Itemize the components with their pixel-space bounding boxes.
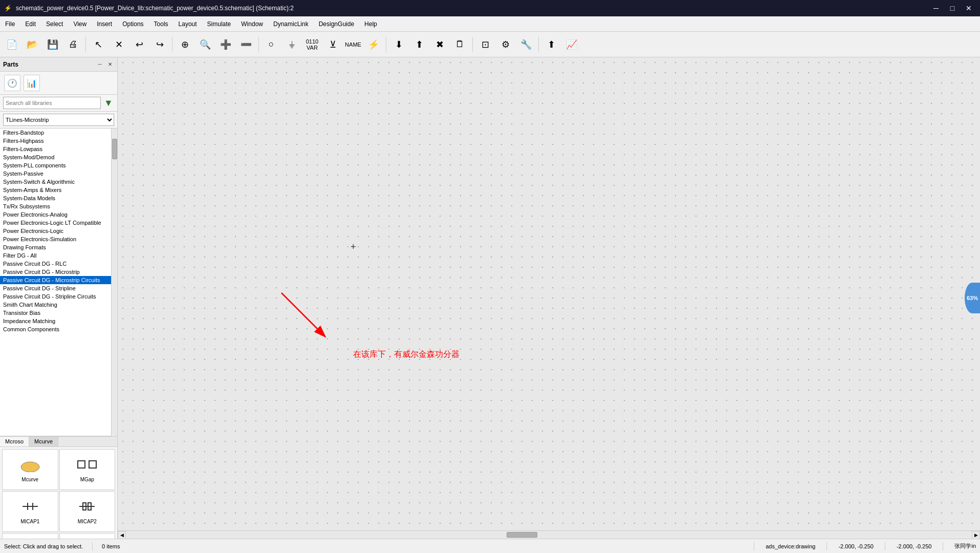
separator-4: [386, 37, 386, 52]
list-item[interactable]: Power Electronics-Simulation: [0, 235, 111, 243]
canvas-annotation: 在该库下，有威尔金森功分器: [353, 349, 460, 360]
library-dropdown[interactable]: TLines-Microstrip: [3, 114, 114, 126]
menu-edit[interactable]: Edit: [20, 16, 41, 31]
scroll-left-arrow[interactable]: ◀: [118, 531, 126, 539]
filter-button[interactable]: ▼: [103, 97, 114, 109]
settings-button[interactable]: ⚙: [496, 35, 515, 54]
list-item[interactable]: Passive Circuit DG - Stripline Circuits: [0, 292, 111, 301]
open-button[interactable]: 📂: [23, 35, 42, 54]
scroll-right-arrow[interactable]: ▶: [972, 531, 980, 539]
part-mcurve[interactable]: Mcurve: [2, 449, 58, 490]
separator-6: [538, 37, 539, 52]
menu-dynamiclink[interactable]: DynamicLink: [268, 16, 314, 31]
separator-3: [258, 37, 259, 52]
menu-layout[interactable]: Layout: [173, 16, 202, 31]
list-item[interactable]: System-Switch & Algorithmic: [0, 178, 111, 186]
list-item[interactable]: System-Amps & Mixers: [0, 186, 111, 194]
list-item[interactable]: Filters-Bandstop: [0, 129, 111, 137]
tab-mcroso[interactable]: Mcroso: [0, 437, 29, 446]
list-item-selected[interactable]: Passive Circuit DG - Microstrip Circuits: [0, 276, 111, 284]
list-item[interactable]: Power Electronics-Logic LT Compatible: [0, 219, 111, 227]
menu-designguide[interactable]: DesignGuide: [314, 16, 359, 31]
mcurve-icon: [20, 457, 40, 476]
menu-file[interactable]: File: [0, 16, 20, 31]
tab-mcurve[interactable]: Mcurve: [29, 437, 58, 446]
list-item[interactable]: Filters-Highpass: [0, 137, 111, 145]
list-scrollbar[interactable]: [111, 129, 117, 436]
list-item[interactable]: Tx/Rx Subsystems: [0, 202, 111, 210]
parts-minimize-button[interactable]: ─: [96, 60, 104, 69]
chart-icon-button[interactable]: 📊: [24, 75, 40, 91]
new-button[interactable]: 📄: [2, 35, 21, 54]
list-item[interactable]: System-Passive: [0, 169, 111, 178]
port-button[interactable]: ⚡: [364, 35, 383, 54]
list-item[interactable]: Filters-Lowpass: [0, 145, 111, 153]
list-item[interactable]: Smith Chart Matching: [0, 301, 111, 309]
zoom-minus-button[interactable]: ➖: [236, 35, 256, 54]
parts-tabs: Mcroso Mcurve: [0, 437, 117, 447]
list-item[interactable]: Power Electronics-Analog: [0, 210, 111, 219]
menu-tools[interactable]: Tools: [149, 16, 173, 31]
pin-button[interactable]: ⊻: [323, 35, 342, 54]
maximize-button[interactable]: □: [945, 1, 960, 15]
wire-button[interactable]: ○: [262, 35, 281, 54]
menu-window[interactable]: Window: [236, 16, 268, 31]
zoom-plus-button[interactable]: ➕: [216, 35, 235, 54]
list-item[interactable]: Passive Circuit DG - Microstrip: [0, 268, 111, 276]
list-item[interactable]: System-Data Models: [0, 194, 111, 202]
list-item[interactable]: Filter DG - All: [0, 251, 111, 260]
parts-search-row: ▼: [0, 95, 117, 112]
part-mgap[interactable]: MGap: [59, 449, 116, 490]
part-micap2[interactable]: MICAP2: [59, 491, 116, 532]
menu-help[interactable]: Help: [359, 16, 382, 31]
save-button[interactable]: 💾: [43, 35, 62, 54]
undo-button[interactable]: ↩: [129, 35, 149, 54]
list-item[interactable]: Impedance Matching: [0, 317, 111, 325]
push-up-button[interactable]: ⬆: [409, 35, 429, 54]
zoom-indicator: 63%: [965, 283, 980, 313]
separator-1: [85, 37, 86, 52]
separator-2: [172, 37, 172, 52]
part-micap1[interactable]: MICAP1: [2, 491, 58, 532]
part-micap4[interactable]: MICAP4: [59, 533, 116, 539]
search-input[interactable]: [3, 97, 101, 109]
part-mgap-label: MGap: [80, 477, 94, 482]
clock-icon-button[interactable]: 🕐: [4, 75, 20, 91]
component-browser-button[interactable]: ⊡: [475, 35, 495, 54]
zoom-in-button[interactable]: 🔍: [195, 35, 215, 54]
list-item[interactable]: Power Electronics-Logic: [0, 227, 111, 235]
part-micap3[interactable]: MICAP3: [2, 533, 58, 539]
canvas-area[interactable]: + 在该库下，有威尔金森功分器 63% ◀ ▶: [118, 57, 980, 539]
list-item[interactable]: Passive Circuit DG - RLC: [0, 260, 111, 268]
redo-button[interactable]: ↪: [150, 35, 169, 54]
close-button[interactable]: ✕: [962, 1, 976, 15]
add-component-button[interactable]: ⊕: [175, 35, 194, 54]
delete-button[interactable]: ✕: [109, 35, 128, 54]
menu-select[interactable]: Select: [41, 16, 68, 31]
menu-insert[interactable]: Insert: [92, 16, 117, 31]
list-item[interactable]: System-Mod/Demod: [0, 153, 111, 161]
name-button[interactable]: NAME: [343, 35, 363, 54]
list-item[interactable]: Drawing Formats: [0, 243, 111, 251]
h-scrollbar[interactable]: ◀ ▶: [118, 530, 980, 539]
push-down-button[interactable]: ⬇: [389, 35, 408, 54]
ground-button[interactable]: ⏚: [282, 35, 301, 54]
minimize-button[interactable]: ─: [929, 1, 943, 15]
list-item[interactable]: System-PLL components: [0, 161, 111, 169]
select-button[interactable]: ↖: [89, 35, 108, 54]
list-item[interactable]: Passive Circuit DG - Stripline: [0, 284, 111, 292]
tools-button[interactable]: 🔧: [516, 35, 536, 54]
var-button[interactable]: 0110VAR: [302, 35, 322, 54]
netlist-button[interactable]: 🗒: [450, 35, 470, 54]
menu-options[interactable]: Options: [117, 16, 148, 31]
results-button[interactable]: 📈: [562, 35, 581, 54]
menu-view[interactable]: View: [68, 16, 92, 31]
list-item[interactable]: Transistor Bias: [0, 309, 111, 317]
simulate-button[interactable]: ⬆: [541, 35, 561, 54]
micap1-icon: [20, 499, 40, 518]
menu-simulate[interactable]: Simulate: [202, 16, 236, 31]
hierarchy-button[interactable]: ✖: [430, 35, 449, 54]
print-button[interactable]: 🖨: [63, 35, 83, 54]
parts-close-button[interactable]: ✕: [106, 60, 114, 69]
list-item[interactable]: Common Components: [0, 325, 111, 333]
